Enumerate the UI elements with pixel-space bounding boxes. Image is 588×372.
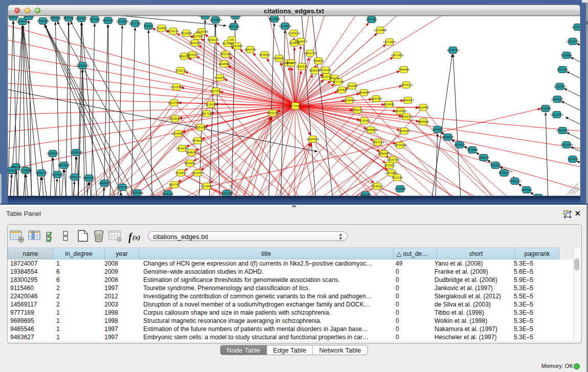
svg-text:9115460: 9115460 — [418, 106, 428, 109]
svg-text:9242848: 9242848 — [219, 62, 229, 65]
svg-text:9146821: 9146821 — [259, 53, 270, 56]
svg-text:10688609: 10688609 — [365, 128, 377, 132]
svg-text:(x): (x) — [133, 233, 140, 241]
svg-text:8267110: 8267110 — [201, 112, 212, 115]
svg-text:8912954: 8912954 — [181, 32, 191, 35]
svg-text:8471676: 8471676 — [498, 171, 509, 174]
svg-text:1527602: 1527602 — [89, 18, 100, 21]
svg-text:1733426: 1733426 — [395, 187, 405, 190]
svg-text:14055724: 14055724 — [16, 20, 29, 23]
svg-text:9427552: 9427552 — [210, 90, 221, 93]
svg-text:7485063: 7485063 — [398, 68, 409, 71]
svg-text:10719155: 10719155 — [116, 20, 128, 23]
svg-text:19654923: 19654923 — [398, 129, 410, 133]
svg-text:9474444: 9474444 — [467, 148, 477, 151]
svg-text:8454749: 8454749 — [245, 48, 255, 51]
svg-text:9640934: 9640934 — [184, 162, 195, 165]
svg-text:2935114: 2935114 — [478, 156, 489, 159]
svg-text:645073: 645073 — [330, 77, 339, 80]
svg-text:1640955: 1640955 — [432, 128, 443, 131]
svg-text:20756928: 20756928 — [394, 144, 406, 147]
svg-text:2522144: 2522144 — [391, 176, 402, 179]
svg-text:10331031: 10331031 — [221, 192, 233, 195]
svg-text:8938928: 8938928 — [442, 136, 453, 139]
svg-text:7462660: 7462660 — [346, 84, 357, 87]
svg-text:1214513: 1214513 — [52, 173, 62, 176]
svg-text:10025438: 10025438 — [394, 110, 406, 113]
svg-text:8127503: 8127503 — [192, 35, 203, 38]
svg-text:1362615: 1362615 — [296, 65, 307, 68]
svg-text:19384554: 19384554 — [307, 138, 319, 141]
svg-text:9777169: 9777169 — [333, 80, 343, 83]
svg-text:16648784: 16648784 — [447, 49, 459, 52]
svg-text:20364436: 20364436 — [343, 99, 355, 102]
svg-text:10543362: 10543362 — [189, 41, 201, 45]
svg-text:5878320: 5878320 — [192, 139, 203, 142]
svg-text:2367608: 2367608 — [231, 45, 242, 48]
svg-text:9657791: 9657791 — [169, 183, 180, 186]
svg-text:3822037: 3822037 — [286, 61, 296, 64]
svg-text:7632621: 7632621 — [490, 164, 500, 167]
svg-text:9637012: 9637012 — [63, 16, 74, 19]
svg-text:12213957: 12213957 — [383, 40, 396, 43]
svg-text:19165493: 19165493 — [169, 117, 181, 120]
svg-text:10493311: 10493311 — [49, 16, 61, 19]
svg-text:10807487: 10807487 — [370, 97, 382, 100]
svg-text:12923448: 12923448 — [131, 191, 143, 194]
svg-text:18300295: 18300295 — [267, 112, 279, 115]
svg-text:8357224: 8357224 — [228, 25, 239, 28]
svg-text:12342737: 12342737 — [35, 171, 48, 174]
svg-text:6497508: 6497508 — [336, 89, 347, 92]
svg-text:10654112: 10654112 — [509, 180, 521, 183]
svg-text:19166842: 19166842 — [172, 132, 184, 135]
svg-text:11325419: 11325419 — [288, 32, 300, 35]
svg-text:7625402: 7625402 — [175, 171, 186, 174]
svg-text:1332549: 1332549 — [289, 41, 299, 45]
svg-text:391513: 391513 — [7, 169, 16, 172]
svg-text:2718170: 2718170 — [175, 69, 186, 72]
svg-text:8757685: 8757685 — [220, 53, 231, 56]
svg-text:19218506: 19218506 — [279, 25, 291, 28]
svg-text:9227342: 9227342 — [557, 68, 568, 71]
svg-text:10975867: 10975867 — [58, 164, 70, 167]
svg-text:1588520: 1588520 — [273, 57, 284, 60]
svg-text:16914479: 16914479 — [191, 171, 204, 174]
svg-text:8990448: 8990448 — [309, 69, 320, 72]
svg-text:16671355: 16671355 — [129, 22, 141, 25]
svg-text:8215955: 8215955 — [540, 107, 551, 110]
svg-text:17016504: 17016504 — [560, 143, 573, 146]
svg-text:3824554: 3824554 — [358, 91, 369, 94]
svg-text:546: 546 — [229, 38, 234, 41]
svg-text:12156813: 12156813 — [19, 169, 32, 172]
svg-text:9890112: 9890112 — [179, 55, 189, 58]
svg-text:10046708: 10046708 — [176, 147, 188, 150]
svg-text:9084067: 9084067 — [378, 152, 389, 155]
svg-text:15720407: 15720407 — [358, 119, 371, 122]
svg-text:18807249: 18807249 — [372, 141, 384, 144]
svg-text:9205164: 9205164 — [162, 192, 173, 195]
svg-text:12444197: 12444197 — [551, 98, 563, 101]
svg-text:6466160: 6466160 — [102, 19, 113, 22]
svg-text:12213383: 12213383 — [170, 85, 183, 89]
svg-text:20691406: 20691406 — [37, 19, 49, 23]
svg-text:8186328: 8186328 — [207, 38, 218, 41]
svg-text:7163822: 7163822 — [156, 27, 167, 30]
svg-text:751552: 751552 — [144, 25, 153, 28]
svg-text:13524851: 13524851 — [385, 171, 398, 174]
svg-text:7955812: 7955812 — [313, 59, 323, 62]
svg-text:1167533: 1167533 — [567, 158, 578, 161]
svg-text:10653267: 10653267 — [75, 17, 88, 20]
svg-text:2087682: 2087682 — [366, 18, 377, 21]
svg-text:12975115: 12975115 — [400, 83, 412, 86]
svg-text:20053346: 20053346 — [76, 64, 89, 67]
svg-text:1615112: 1615112 — [384, 164, 395, 167]
svg-text:885001: 885001 — [11, 165, 20, 168]
svg-text:9498242: 9498242 — [186, 151, 197, 154]
svg-text:16961758: 16961758 — [304, 52, 316, 55]
svg-text:15751074: 15751074 — [567, 40, 579, 43]
svg-text:6879197: 6879197 — [454, 143, 465, 146]
svg-text:10210643: 10210643 — [551, 113, 563, 116]
svg-text:10973493: 10973493 — [391, 54, 403, 57]
svg-text:8031440: 8031440 — [214, 76, 225, 79]
svg-text:10154808: 10154808 — [374, 29, 386, 32]
